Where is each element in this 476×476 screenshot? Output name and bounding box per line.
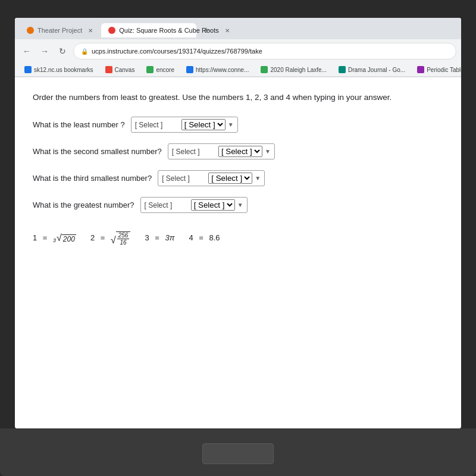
question-row-1: What is the least number ? [ Select ] [ … [33, 117, 443, 133]
select-arrow-1: ▼ [228, 121, 234, 128]
select-wrapper-3[interactable]: [ Select ] [ Select ] 1 2 3 4 ▼ [158, 170, 265, 186]
tab-theater-label: Theater Project [37, 27, 82, 34]
tab-theater-project[interactable]: Theater Project ✕ [20, 23, 100, 37]
browser-chrome: Theater Project ✕ Quiz: Square Roots & C… [15, 18, 461, 77]
math-num-4: 4 [189, 233, 193, 242]
laptop-bezel: Theater Project ✕ Quiz: Square Roots & C… [0, 0, 476, 476]
lock-icon: 🔒 [81, 48, 88, 55]
math-item-3: 3 = 3π [145, 233, 174, 242]
page-content: Order the numbers from least to greatest… [15, 77, 461, 428]
select-arrow-4: ▼ [237, 202, 243, 208]
math-eq-2: = [98, 233, 107, 242]
bookmark-encore[interactable]: encore [142, 65, 179, 74]
select-wrapper-2[interactable]: [ Select ] [ Select ] 1 2 3 4 ▼ [168, 143, 275, 159]
back-button[interactable]: ← [20, 44, 34, 58]
math-eq-3: = [153, 233, 162, 242]
bookmark-raleigh-label: 2020 Raleigh Laxfe... [270, 67, 327, 73]
question-label-3: What is the third smallest number? [33, 174, 152, 183]
math-expr-1: 3 √ 200 [53, 233, 76, 243]
screen: Theater Project ✕ Quiz: Square Roots & C… [15, 18, 461, 428]
laptop-bottom [0, 428, 476, 476]
math-legend: 1 = 3 √ 200 2 = √ 256 [33, 230, 443, 246]
bookmark-periodic[interactable]: Periodic Table - Pra... [412, 65, 461, 74]
select-arrow-2: ▼ [265, 148, 271, 155]
tab-quiz[interactable]: Quiz: Square Roots & Cube Roots ✕ [101, 23, 196, 37]
math-item-2: 2 = √ 256 16 [90, 230, 131, 246]
address-text: ucps.instructure.com/courses/193174/quiz… [92, 48, 262, 55]
select-input-1[interactable]: [ Select ] 1 2 3 4 [181, 119, 226, 130]
bookmark-raleigh[interactable]: 2020 Raleigh Laxfe... [256, 65, 331, 74]
bookmark-drama[interactable]: Drama Journal - Go... [334, 65, 410, 74]
address-bar[interactable]: 🔒 ucps.instructure.com/courses/193174/qu… [73, 43, 456, 60]
math-item-4: 4 = 8.6 [189, 233, 220, 242]
math-eq-4: = [197, 233, 206, 242]
laptop-trackpad[interactable] [202, 443, 274, 464]
math-expr-4: 8.6 [209, 233, 220, 242]
math-num-1: 1 [33, 233, 37, 242]
math-num-3: 3 [145, 233, 149, 242]
bookmark-https[interactable]: https://www.conne... [181, 65, 254, 74]
select-text-1: [ Select ] [135, 121, 179, 129]
bookmark-https-icon [186, 66, 193, 73]
quiz-instruction: Order the numbers from least to greatest… [33, 92, 443, 104]
bookmark-encore-label: encore [156, 67, 174, 73]
bookmark-encore-icon [146, 66, 154, 73]
bookmark-raleigh-icon [261, 66, 268, 73]
new-tab-button[interactable]: + [198, 21, 215, 39]
math-expr-3: 3π [165, 233, 174, 242]
select-arrow-3: ▼ [255, 175, 261, 181]
refresh-button[interactable]: ↻ [55, 44, 70, 58]
bookmarks-bar: sk12.nc.us bookmarks Canvas encore https… [15, 63, 461, 77]
select-text-2: [ Select ] [172, 148, 216, 156]
select-text-4: [ Select ] [145, 201, 189, 209]
select-input-3[interactable]: [ Select ] 1 2 3 4 [208, 173, 252, 184]
math-num-2: 2 [90, 233, 95, 242]
select-wrapper-4[interactable]: [ Select ] [ Select ] 1 2 3 4 ▼ [140, 197, 248, 213]
forward-button[interactable]: → [37, 44, 52, 58]
question-row-3: What is the third smallest number? [ Sel… [33, 170, 443, 186]
select-text-3: [ Select ] [162, 174, 206, 183]
tab-theater-icon [27, 27, 34, 34]
bookmark-drama-label: Drama Journal - Go... [348, 67, 405, 73]
tab-theater-close[interactable]: ✕ [88, 27, 93, 34]
tab-bar: Theater Project ✕ Quiz: Square Roots & C… [15, 18, 461, 39]
math-expr-2: √ 256 16 [111, 230, 130, 246]
select-input-2[interactable]: [ Select ] 1 2 3 4 [218, 146, 262, 157]
question-label-2: What is the second smallest number? [33, 147, 162, 156]
tab-quiz-close[interactable]: ✕ [225, 27, 230, 34]
address-bar-row: ← → ↻ 🔒 ucps.instructure.com/courses/193… [15, 39, 461, 63]
bookmark-sk12-icon [24, 66, 32, 73]
bookmark-drama-icon [339, 66, 346, 73]
bookmark-https-label: https://www.conne... [196, 67, 249, 73]
bookmark-periodic-label: Periodic Table - Pra... [427, 67, 461, 73]
select-input-4[interactable]: [ Select ] 1 2 3 4 [191, 199, 235, 211]
bookmark-canvas-icon [105, 66, 112, 73]
bookmark-canvas[interactable]: Canvas [101, 65, 140, 74]
math-eq-1: = [40, 233, 49, 242]
bookmark-periodic-icon [417, 66, 424, 73]
question-label-1: What is the least number ? [33, 120, 125, 129]
question-label-4: What is the greatest number? [33, 201, 134, 209]
question-row-4: What is the greatest number? [ Select ] … [33, 197, 443, 213]
question-row-2: What is the second smallest number? [ Se… [33, 143, 443, 159]
select-wrapper-1[interactable]: [ Select ] [ Select ] 1 2 3 4 ▼ [131, 117, 238, 133]
bookmark-canvas-label: Canvas [115, 67, 135, 73]
math-item-1: 1 = 3 √ 200 [33, 233, 76, 243]
tab-quiz-icon [108, 27, 115, 34]
bookmark-sk12-label: sk12.nc.us bookmarks [34, 67, 93, 73]
bookmark-sk12[interactable]: sk12.nc.us bookmarks [20, 65, 98, 74]
